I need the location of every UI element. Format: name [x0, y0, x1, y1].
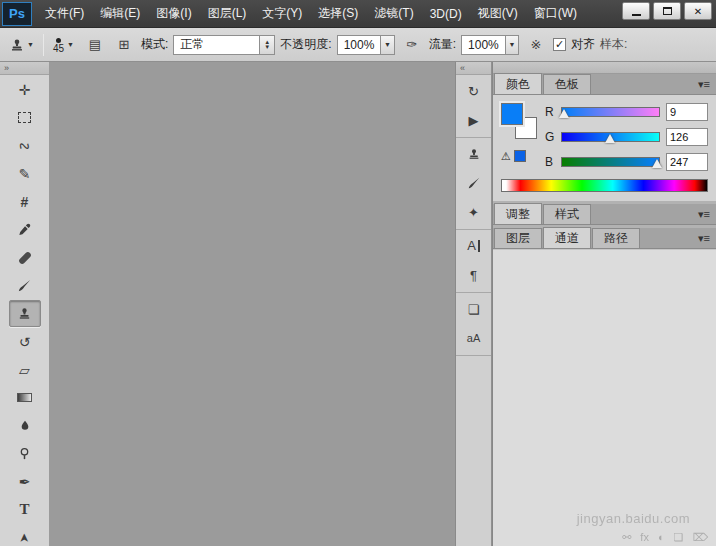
red-slider[interactable]	[561, 105, 660, 119]
tab-adjustments[interactable]: 调整	[494, 203, 542, 224]
adjustments-tabbar: 调整 样式 ▾≡	[493, 204, 716, 225]
opacity-select[interactable]: 100% ▼	[337, 35, 395, 55]
tab-channels[interactable]: 通道	[543, 227, 591, 248]
layers-panel-menu-button[interactable]: ▾≡	[695, 230, 713, 246]
blue-value-input[interactable]	[666, 153, 708, 171]
mode-label: 模式:	[141, 36, 168, 53]
clone-source-panel-button[interactable]	[461, 142, 487, 166]
quick-selection-tool[interactable]: ✎	[9, 160, 41, 187]
slider-thumb-icon[interactable]	[605, 134, 615, 143]
web-safe-color-swatch[interactable]	[514, 150, 526, 162]
spot-healing-brush-tool[interactable]	[9, 244, 41, 271]
panel-group: A ¶	[456, 230, 491, 293]
menu-type[interactable]: 文字(Y)	[255, 1, 309, 26]
effects-icon[interactable]: fx	[640, 531, 649, 544]
brush-icon	[467, 176, 481, 190]
blue-slider[interactable]	[561, 155, 660, 169]
eraser-tool[interactable]: ▱	[9, 356, 41, 383]
move-tool[interactable]: ✛	[9, 76, 41, 103]
pen-nib-icon: ✒	[19, 475, 31, 489]
panel-menu-icon: ▾≡	[698, 208, 710, 221]
menu-edit[interactable]: 编辑(E)	[93, 1, 147, 26]
link-icon[interactable]: ⚯	[622, 531, 631, 544]
new-item-icon[interactable]: ❏	[674, 531, 684, 544]
toggle-brush-panel-button[interactable]: ▤	[83, 34, 107, 56]
dodge-tool[interactable]	[9, 440, 41, 467]
gradient-tool[interactable]	[9, 384, 41, 411]
tab-swatches[interactable]: 色板	[543, 74, 591, 94]
panel-group: ✦	[456, 138, 491, 230]
blue-channel-row: B	[545, 153, 708, 171]
eyedropper-tool[interactable]	[9, 216, 41, 243]
brush-presets-panel-button[interactable]: ✦	[461, 200, 487, 224]
close-button[interactable]: ✕	[684, 2, 712, 20]
app-logo-icon[interactable]: Ps	[2, 2, 32, 26]
eraser-icon: ▱	[19, 363, 30, 377]
crop-tool[interactable]: #	[9, 188, 41, 215]
menu-view[interactable]: 视图(V)	[471, 1, 525, 26]
menu-filter[interactable]: 滤镜(T)	[367, 1, 420, 26]
menu-select[interactable]: 选择(S)	[311, 1, 365, 26]
character-panel-button[interactable]: A	[461, 234, 487, 258]
flow-value: 100%	[462, 36, 505, 54]
minimize-icon	[632, 14, 641, 16]
adjustments-panel-group: 调整 样式 ▾≡	[493, 204, 716, 225]
brush-panel-button[interactable]	[461, 171, 487, 195]
clone-stamp-tool[interactable]	[9, 300, 41, 327]
toolbox-collapse-button[interactable]: »	[0, 62, 49, 75]
crop-icon: #	[21, 195, 29, 209]
toggle-clone-source-panel-button[interactable]: ⊞	[112, 34, 136, 56]
red-value-input[interactable]	[666, 103, 708, 121]
canvas-area[interactable]	[50, 62, 456, 546]
rectangular-marquee-tool[interactable]	[9, 104, 41, 131]
flow-select[interactable]: 100% ▼	[461, 35, 519, 55]
slider-thumb-icon[interactable]	[652, 159, 662, 168]
pen-tool[interactable]: ✒	[9, 468, 41, 495]
history-panel-button[interactable]: ↻	[461, 79, 487, 103]
titlebar: Ps 文件(F) 编辑(E) 图像(I) 图层(L) 文字(Y) 选择(S) 滤…	[0, 0, 716, 28]
layer-comps-panel-button[interactable]: ❏	[461, 297, 487, 321]
character-styles-panel-button[interactable]: aA	[461, 326, 487, 350]
tab-paths[interactable]: 路径	[592, 228, 640, 248]
tool-preset-picker[interactable]: ▼	[5, 34, 38, 56]
tab-layers[interactable]: 图层	[494, 228, 542, 248]
actions-panel-button[interactable]: ▶	[461, 108, 487, 132]
pressure-opacity-toggle[interactable]: ✑	[400, 34, 424, 56]
delete-icon[interactable]: ⌦	[692, 531, 708, 544]
slider-thumb-icon[interactable]	[559, 109, 569, 118]
tab-color[interactable]: 颜色	[494, 73, 542, 94]
menu-image[interactable]: 图像(I)	[149, 1, 198, 26]
maximize-button[interactable]	[653, 2, 681, 20]
aligned-checkbox[interactable]: ✓	[553, 38, 566, 51]
foreground-color-swatch[interactable]	[501, 103, 523, 125]
airbrush-toggle[interactable]: ※	[524, 34, 548, 56]
lasso-tool[interactable]: ∿	[9, 132, 41, 159]
minimize-button[interactable]	[622, 2, 650, 20]
red-channel-row: R	[545, 103, 708, 121]
history-brush-tool[interactable]: ↺	[9, 328, 41, 355]
path-selection-tool[interactable]: ➤	[9, 524, 41, 546]
green-value-input[interactable]	[666, 128, 708, 146]
brush-tool[interactable]	[9, 272, 41, 299]
tab-styles[interactable]: 样式	[543, 204, 591, 224]
color-panel-group: 颜色 色板 ▾≡ ⚠	[493, 74, 716, 201]
bandage-icon	[17, 250, 31, 264]
paragraph-panel-button[interactable]: ¶	[461, 263, 487, 287]
panel-dock-expand-button[interactable]: «	[456, 62, 491, 75]
color-panel-menu-button[interactable]: ▾≡	[695, 76, 713, 92]
menu-layer[interactable]: 图层(L)	[201, 1, 254, 26]
type-tool[interactable]: T	[9, 496, 41, 523]
mode-select[interactable]: 正常 ▲▼	[173, 35, 275, 55]
mask-icon[interactable]: ◐	[658, 531, 665, 544]
chevron-down-icon: ▼	[67, 41, 74, 48]
brush-size-picker[interactable]: 45 ▼	[49, 34, 78, 56]
color-spectrum-bar[interactable]	[501, 179, 708, 192]
green-slider[interactable]	[561, 130, 660, 144]
pen-pressure-icon: ✑	[406, 37, 417, 52]
menu-3d[interactable]: 3D(D)	[423, 3, 469, 25]
blur-tool[interactable]	[9, 412, 41, 439]
adjustments-panel-menu-button[interactable]: ▾≡	[695, 206, 713, 222]
gamut-warning-icon[interactable]: ⚠	[501, 151, 511, 162]
menu-file[interactable]: 文件(F)	[38, 1, 91, 26]
menu-window[interactable]: 窗口(W)	[527, 1, 584, 26]
